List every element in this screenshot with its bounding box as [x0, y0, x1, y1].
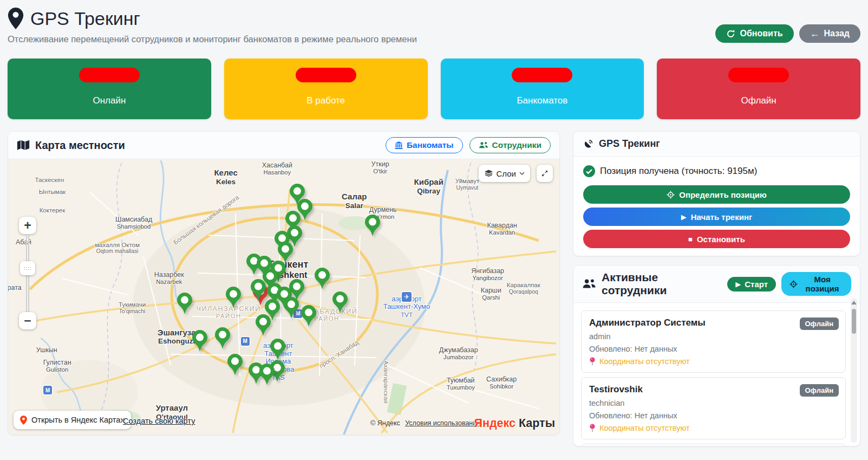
my-position-button[interactable]: Моя позиция	[781, 272, 851, 296]
map-marker-pin[interactable]	[227, 353, 243, 376]
crosshair-icon	[789, 280, 798, 288]
map-marker-pin[interactable]	[177, 292, 193, 315]
terms-link[interactable]: Условия использования	[405, 419, 480, 427]
gps-status-row: Позиция получена (точность: 9195м)	[583, 165, 850, 177]
map-marker-pin[interactable]	[270, 338, 286, 361]
back-arrow-icon: ←	[810, 29, 820, 38]
people-icon	[479, 141, 488, 149]
map-marker-pin[interactable]	[314, 267, 330, 290]
scroll-thumb[interactable]	[852, 309, 856, 334]
stat-value-redacted	[296, 68, 356, 82]
scroll-up-arrow[interactable]	[851, 301, 857, 304]
stat-label: Офлайн	[657, 95, 860, 106]
crosshair-icon	[667, 191, 675, 199]
location-pin-icon	[8, 8, 24, 29]
map-title: Карта местности	[35, 139, 125, 152]
map-marker-pin[interactable]	[255, 314, 271, 336]
play-icon: ▶	[681, 213, 687, 221]
satellite-icon	[583, 139, 593, 149]
map-marker-pin[interactable]	[192, 329, 208, 352]
locate-position-button[interactable]: Определить позицию	[583, 185, 850, 204]
stat-label: В работе	[224, 95, 428, 106]
employee-card[interactable]: Testirovshik Офлайн technician Обновлено…	[581, 377, 846, 439]
open-in-yandex-button[interactable]: Открыть в Яндекс Картах	[14, 411, 131, 429]
start-tracking-button[interactable]: ▶ Начать трекинг	[583, 208, 850, 226]
chevron-down-icon	[519, 172, 525, 175]
layers-icon	[484, 170, 493, 177]
employees-scrollbar[interactable]	[851, 298, 857, 443]
page-header: GPS Трекинг Отслеживание перемещений сот…	[8, 0, 860, 44]
active-employees-panel: Активные сотрудники ▶ Старт Моя позиция	[573, 265, 860, 446]
stat-card: Онлайн	[8, 59, 211, 119]
status-badge: Офлайн	[800, 384, 839, 397]
map-marker-pin[interactable]	[283, 296, 299, 319]
people-group-icon	[582, 278, 596, 289]
stat-value-redacted	[512, 68, 572, 82]
map-marker-pin[interactable]	[364, 214, 381, 237]
stat-card: Банкоматов	[441, 59, 644, 119]
employee-updated: Обновлено: Нет данных	[589, 411, 838, 420]
employee-coordinates: Координаты отсутствуют	[589, 424, 838, 432]
employee-login: admin	[589, 332, 838, 341]
map-icon	[17, 140, 30, 151]
atms-toggle-button[interactable]: Банкоматы	[386, 137, 463, 153]
stat-card: Офлайн	[657, 59, 860, 119]
gps-panel-title: GPS Трекинг	[599, 138, 660, 150]
employee-coordinates: Координаты отсутствуют	[589, 357, 838, 366]
map-card: Карта местности Банкоматы Сотрудники	[8, 131, 560, 435]
map-attribution: © Яндекс Условия использования	[370, 419, 480, 427]
gps-tracking-page: GPS Трекинг Отслеживание перемещений сот…	[0, 0, 868, 460]
gps-tracking-panel: GPS Трекинг Позиция получена (точность: …	[573, 131, 860, 256]
map-marker-pin[interactable]	[301, 304, 317, 327]
bank-icon	[395, 141, 403, 150]
map-marker-pin[interactable]	[214, 327, 231, 349]
employee-login: technician	[589, 399, 838, 407]
map-markers-layer	[8, 159, 559, 435]
layers-button[interactable]: Слои	[479, 165, 530, 182]
employees-toggle-button[interactable]: Сотрудники	[469, 137, 551, 153]
gps-status-text: Позиция получена (точность: 9195м)	[600, 166, 757, 177]
status-badge: Офлайн	[800, 318, 839, 330]
stop-tracking-button[interactable]: ■ Остановить	[583, 230, 850, 248]
employee-card[interactable]: Администратор Системы Офлайн admin Обнов…	[581, 310, 846, 373]
refresh-button[interactable]: Обновить	[715, 24, 793, 43]
play-icon: ▶	[735, 281, 741, 288]
pink-pin-icon	[589, 424, 596, 432]
stat-label: Банкоматов	[441, 95, 644, 106]
employees-panel-title: Активные сотрудники	[602, 271, 716, 297]
yandex-pin-icon	[20, 416, 27, 425]
fullscreen-button[interactable]	[537, 165, 553, 182]
stat-label: Онлайн	[8, 95, 211, 106]
page-title: GPS Трекинг	[30, 8, 140, 29]
map-viewport[interactable]: Таскескен КелесKeles ХасанбайHasanboy Ут…	[8, 159, 559, 435]
stop-icon: ■	[688, 236, 693, 243]
stats-row: Онлайн В работе Банкоматов Офлайн	[8, 59, 860, 119]
ruler-button[interactable]: ::::	[20, 261, 35, 275]
back-button[interactable]: ← Назад	[799, 24, 860, 43]
check-circle-icon	[583, 165, 595, 177]
employee-card-partial[interactable]	[581, 444, 846, 446]
employee-updated: Обновлено: Нет данных	[589, 345, 838, 353]
refresh-icon	[726, 29, 735, 38]
map-marker-pin[interactable]	[225, 286, 242, 309]
yandex-maps-logo[interactable]: Яндекс Карты	[474, 417, 555, 430]
start-button[interactable]: ▶ Старт	[727, 277, 776, 291]
create-map-link[interactable]: Создать свою карту	[123, 417, 195, 425]
employees-list: Администратор Системы Офлайн admin Обнов…	[573, 303, 860, 446]
stat-value-redacted	[728, 68, 789, 82]
copyright-text: © Яндекс	[370, 419, 400, 427]
zoom-in-button[interactable]: +	[19, 217, 36, 234]
pink-pin-icon	[589, 357, 596, 366]
stat-value-redacted	[79, 68, 140, 82]
map-marker-pin[interactable]	[332, 291, 348, 314]
stat-card: В работе	[224, 59, 428, 119]
zoom-out-button[interactable]: −	[19, 312, 36, 329]
map-marker-pin[interactable]	[259, 363, 275, 386]
